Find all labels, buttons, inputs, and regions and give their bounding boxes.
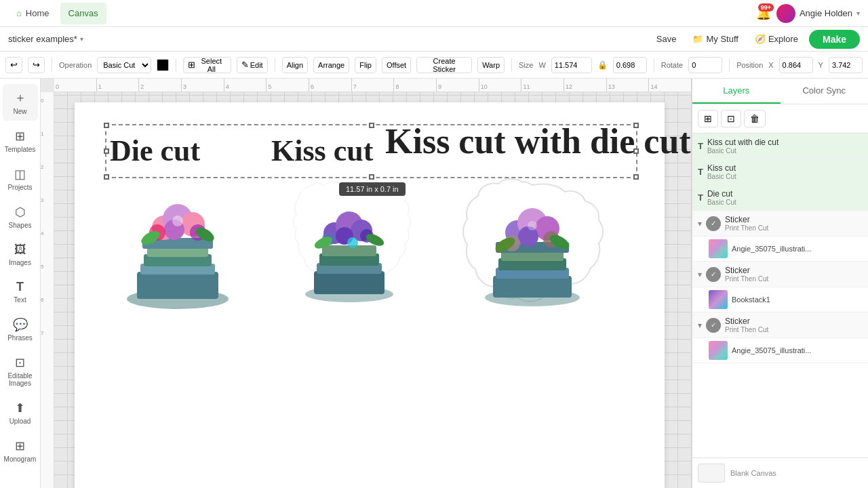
sidebar-item-phrases[interactable]: 💬 Phrases xyxy=(3,312,38,347)
die-cut-text[interactable]: Die cut xyxy=(110,134,200,168)
ruler-mark-8: 8 xyxy=(394,79,437,92)
left-sidebar: ＋ New ⊞ Templates ◫ Projects ⬡ Shapes 🖼 … xyxy=(0,79,41,488)
explore-icon: 🧭 xyxy=(755,34,766,44)
canvas-workspace[interactable]: Die cut Kiss cut Kiss cut with die cut 1… xyxy=(54,92,692,488)
sticker-group-3-header[interactable]: ▾ ✓ Sticker Print Then Cut xyxy=(692,312,868,338)
sticker-thumb-3 xyxy=(709,341,728,360)
sticker-subitem-3[interactable]: Angie_35075_illustrati... xyxy=(692,338,868,363)
sidebar-label-images: Images xyxy=(9,259,31,266)
sidebar-item-text[interactable]: T Text xyxy=(3,274,38,309)
size-tooltip: 11.57 in x 0.7 in xyxy=(339,182,406,196)
svg-rect-30 xyxy=(493,276,572,298)
sidebar-item-projects[interactable]: ◫ Projects xyxy=(3,161,38,197)
operation-select[interactable]: Basic Cut xyxy=(97,57,151,73)
handle-br[interactable] xyxy=(633,174,639,180)
tab-layers[interactable]: Layers xyxy=(692,79,781,104)
kiss-cut-text[interactable]: Kiss cut xyxy=(271,134,373,168)
ruler-mark-12: 12 xyxy=(564,79,607,92)
my-stuff-icon: 📁 xyxy=(692,34,703,44)
create-sticker-label: Create Sticker xyxy=(421,57,467,73)
flip-button[interactable]: Flip xyxy=(355,57,376,73)
make-button[interactable]: Make xyxy=(809,30,860,49)
sidebar-item-shapes[interactable]: ⬡ Shapes xyxy=(3,199,38,235)
edit-button[interactable]: ✎ Edit xyxy=(237,57,268,73)
sticker-subitem-1[interactable]: Angie_35075_illustrati... xyxy=(692,237,868,262)
handle-bl[interactable] xyxy=(104,174,109,180)
layer-sub-1: Basic Cut xyxy=(707,147,778,155)
kiss-cut-with-die-cut-text[interactable]: Kiss cut with die cut xyxy=(385,121,691,161)
y-input[interactable] xyxy=(829,57,863,73)
sticker-expand-1[interactable]: ▾ xyxy=(698,219,702,228)
sticker-expand-2[interactable]: ▾ xyxy=(698,270,702,279)
warp-label: Warp xyxy=(482,61,500,69)
sidebar-item-images[interactable]: 🖼 Images xyxy=(3,237,38,272)
user-avatar-container[interactable]: Angie Holden ▾ xyxy=(776,4,860,23)
sidebar-item-monogram[interactable]: ⊞ Monogram xyxy=(3,433,38,468)
layer-die-cut[interactable]: T Die cut Basic Cut xyxy=(692,185,868,211)
my-stuff-button[interactable]: 📁 My Stuff xyxy=(687,31,743,47)
layer-kiss-cut-die-cut[interactable]: T Kiss cut with die cut Basic Cut xyxy=(692,134,868,159)
ruler-v-6: 6 xyxy=(41,297,43,303)
sticker-kiss-cut[interactable] xyxy=(281,180,417,323)
layer-type-icon-1: T xyxy=(698,141,703,151)
color-picker[interactable] xyxy=(157,59,169,71)
width-input[interactable] xyxy=(551,57,592,73)
sidebar-label-editable-images: Editable Images xyxy=(5,372,35,387)
create-sticker-button[interactable]: Create Sticker xyxy=(416,57,472,73)
ruler-vertical: 0 1 2 3 4 5 6 7 xyxy=(41,92,54,488)
sticker-group-2-header[interactable]: ▾ ✓ Sticker Print Then Cut xyxy=(692,262,868,287)
nav-home[interactable]: ⌂ Home xyxy=(8,3,58,24)
arrange-button[interactable]: Arrange xyxy=(313,57,349,73)
warp-button[interactable]: Warp xyxy=(477,57,505,73)
toolbar-actions: Save 📁 My Stuff 🧭 Explore Make xyxy=(651,30,860,49)
undo-button[interactable]: ↩ xyxy=(5,57,22,73)
ruler-mark-7: 7 xyxy=(352,79,395,92)
sticker-die-cut[interactable] xyxy=(110,184,245,319)
sticker-kiss-cut-die-cut[interactable] xyxy=(458,177,607,340)
redo-button[interactable]: ↪ xyxy=(28,57,45,73)
shapes-icon: ⬡ xyxy=(15,205,26,220)
canvas-area[interactable]: 0 1 2 3 4 5 6 7 8 9 10 11 12 13 14 xyxy=(41,79,692,488)
ruler-v-2: 2 xyxy=(41,164,43,170)
sticker-expand-3[interactable]: ▾ xyxy=(698,321,702,330)
tooltip-text: 11.57 in x 0.7 in xyxy=(346,185,399,193)
ruler-mark-2: 2 xyxy=(139,79,182,92)
sticker-subitem-2[interactable]: Bookstack1 xyxy=(692,287,868,312)
sidebar-item-editable-images[interactable]: ⊡ Editable Images xyxy=(3,350,38,392)
chevron-down-icon: ▾ xyxy=(856,9,860,17)
handle-bm[interactable] xyxy=(369,174,374,180)
notification-bell[interactable]: 🔔 99+ xyxy=(756,6,771,21)
handle-tl[interactable] xyxy=(104,123,109,128)
sticker-kiss-die-cut-svg xyxy=(458,177,607,340)
x-input[interactable] xyxy=(779,57,813,73)
layer-kiss-cut[interactable]: T Kiss cut Basic Cut xyxy=(692,159,868,185)
sidebar-item-templates[interactable]: ⊞ Templates xyxy=(3,123,38,159)
nav-canvas[interactable]: Canvas xyxy=(60,3,106,24)
handle-tm[interactable] xyxy=(369,123,374,128)
height-input[interactable] xyxy=(613,57,647,73)
canvas-white[interactable]: Die cut Kiss cut Kiss cut with die cut 1… xyxy=(75,102,665,488)
user-name: Angie Holden xyxy=(800,8,852,18)
tab-color-sync[interactable]: Color Sync xyxy=(781,79,869,104)
sticker-group-1-header[interactable]: ▾ ✓ Sticker Print Then Cut xyxy=(692,211,868,237)
offset-button[interactable]: Offset xyxy=(382,57,411,73)
sidebar-label-projects: Projects xyxy=(7,184,32,191)
handle-ml[interactable] xyxy=(104,148,109,154)
layer-action-2[interactable]: ⊡ xyxy=(721,110,741,127)
flip-label: Flip xyxy=(359,61,372,69)
sticker-info-1: Sticker Print Then Cut xyxy=(725,215,768,232)
select-all-button[interactable]: ⊞ Select All xyxy=(183,57,231,73)
panel-tabs: Layers Color Sync xyxy=(692,79,868,104)
save-button[interactable]: Save xyxy=(651,31,682,47)
explore-button[interactable]: 🧭 Explore xyxy=(749,31,804,47)
sidebar-item-upload[interactable]: ⬆ Upload xyxy=(3,395,38,430)
layer-delete-button[interactable]: 🗑 xyxy=(744,110,766,127)
ruler-mark-9: 9 xyxy=(437,79,479,92)
sidebar-item-new[interactable]: ＋ New xyxy=(3,84,38,121)
doc-title-chevron-icon: ▾ xyxy=(80,35,83,43)
doc-title[interactable]: sticker examples* ▾ xyxy=(8,34,83,44)
layer-type-icon-3: T xyxy=(698,192,703,203)
rotate-input[interactable] xyxy=(688,57,722,73)
align-button[interactable]: Align xyxy=(282,57,308,73)
layer-action-1[interactable]: ⊞ xyxy=(698,110,718,127)
